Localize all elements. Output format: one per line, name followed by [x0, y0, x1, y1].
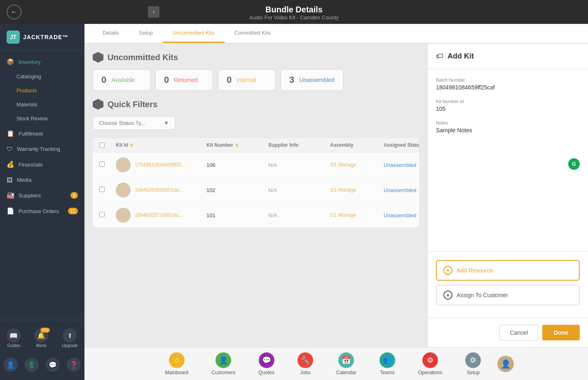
assign-customer-button[interactable]: + Assign To Customer [436, 285, 580, 305]
main-content: Uncommitted Kits 0 Available 0 Returned … [84, 44, 427, 347]
sidebar-item-warranty-tracking[interactable]: 🛡 Warranty Tracking [0, 141, 84, 157]
sidebar-footer-item-alerts[interactable]: 🔔 271 Alerts [34, 328, 48, 348]
status-cards: 0 Available 0 Returned 0 Internal 3 Unas… [93, 69, 419, 91]
sidebar-item-fulfillment[interactable]: 📋 Fulfillment [0, 126, 84, 141]
assembly-3[interactable]: 0/1 Manage [330, 212, 384, 218]
mainboard-label: Mainboard [165, 370, 189, 375]
internal-count: 0 [227, 75, 232, 85]
cancel-button[interactable]: Cancel [499, 325, 538, 340]
jobs-label: Jobs [300, 370, 310, 375]
sort-kit-id-icon: ⇅ [130, 143, 133, 148]
warranty-icon: 🛡 [7, 145, 13, 152]
sidebar-logo: JT JACKTRADE™ [0, 24, 84, 51]
user-avatar[interactable]: 👤 [497, 356, 514, 372]
sidebar-item-stock-review[interactable]: Stock Review [0, 112, 84, 126]
select-all-checkbox[interactable] [99, 143, 105, 148]
jobs-icon: 🔧 [298, 352, 313, 368]
bottom-nav-jobs[interactable]: 🔧 Jobs [286, 349, 325, 379]
tab-uncommitted-kits[interactable]: Uncommitted Kits [163, 24, 225, 43]
tab-setup[interactable]: Setup [129, 24, 163, 43]
sidebar-user-profile[interactable]: 👤 [4, 358, 18, 372]
page-title: Bundle Details [0, 5, 588, 14]
supplier-info-2: N/A [268, 187, 330, 193]
sidebar-chat[interactable]: 💬 [46, 358, 60, 372]
bottom-nav-mainboard[interactable]: ⌂ Mainboard [154, 349, 200, 379]
quick-filters-title: Quick Filters [108, 100, 157, 109]
bottom-nav-teams[interactable]: 👥 Teams [368, 349, 407, 379]
sidebar-label-cataloging: Cataloging [16, 74, 41, 80]
col-assigned-status: Assigned Status [384, 142, 419, 148]
sidebar-footer-item-guides[interactable]: 📖 Guides [7, 328, 21, 348]
table-row: 16946203826501da... 102 N/A 0/1 Manage U… [93, 178, 419, 203]
sidebar-billing[interactable]: 💲 [25, 358, 39, 372]
kit-id-link-1[interactable]: 17049810846659ff25... [135, 162, 185, 168]
unassembled-label: Unassembled [299, 77, 335, 83]
sidebar-item-cataloging[interactable]: Cataloging [0, 70, 84, 84]
row-checkbox-3[interactable] [99, 212, 105, 217]
tab-committed-kits[interactable]: Committed Kits [225, 24, 281, 43]
tab-details[interactable]: Details [93, 24, 129, 43]
assembly-1[interactable]: 0/1 Manage [330, 162, 384, 168]
sidebar-item-financials[interactable]: 💰 Financials [0, 157, 84, 172]
kit-number-id-label: Kit Number Id [436, 99, 580, 104]
bottom-nav-quotes[interactable]: 💬 Quotes [247, 349, 286, 379]
sidebar-item-purchase-orders[interactable]: 📄 Purchase Orders 11 [0, 203, 84, 219]
col-assembly: Assembly [330, 142, 384, 148]
chat-icon: 💬 [46, 358, 60, 372]
calendar-label: Calendar [336, 370, 356, 375]
notes-value: Sample Notes [436, 127, 580, 134]
sidebar-item-materials[interactable]: Materials [0, 98, 84, 112]
panel-footer: Cancel Done [428, 318, 588, 347]
sidebar-item-media[interactable]: 🖼 Media [0, 172, 84, 188]
done-button[interactable]: Done [542, 325, 580, 340]
bottom-nav-operations[interactable]: ⚙ Operations [407, 349, 454, 379]
sidebar-help[interactable]: ❓ [67, 358, 81, 372]
operations-label: Operations [418, 370, 443, 375]
sidebar-label-stock-review: Stock Review [16, 116, 48, 122]
back-button[interactable]: ← [7, 5, 21, 19]
filter-placeholder: Choose Status Ty... [99, 120, 145, 126]
bottom-nav-customers[interactable]: 👤 Customers [200, 349, 247, 379]
kits-table: Kit Id ⇅ Kit Number ⇅ Supplier Info Asse… [93, 138, 419, 228]
sidebar-footer-item-upgrade[interactable]: ⬆ Upgrade [62, 328, 77, 348]
add-resource-button[interactable]: + Add Resource [436, 260, 580, 281]
sidebar-nav: 📦 Inventory Cataloging Products Material… [0, 51, 84, 320]
sidebar-footer: 📖 Guides 🔔 271 Alerts ⬆ Upgrade 👤 [0, 320, 84, 380]
unassembled-count: 3 [289, 75, 294, 85]
mainboard-icon: ⌂ [169, 352, 185, 368]
kit-id-link-2[interactable]: 16946203826501da... [135, 187, 183, 193]
add-kit-icon: 🏷 [436, 52, 443, 61]
logo-text: JACKTRADE™ [23, 34, 68, 40]
expand-button[interactable]: › [148, 6, 159, 18]
panel-actions: + Add Resource + Assign To Customer [428, 251, 588, 318]
purchase-orders-icon: 📄 [7, 207, 14, 215]
panel-body: Batch Number 1804981084659ff25caf Kit Nu… [428, 69, 588, 251]
sidebar-label-financials: Financials [19, 162, 43, 168]
available-label: Available [111, 77, 135, 83]
assembly-2[interactable]: 0/1 Manage [330, 187, 384, 193]
bottom-nav-setup[interactable]: ⚙ Setup [454, 349, 492, 379]
uncommitted-kits-title: Uncommitted Kits [108, 53, 178, 62]
available-count: 0 [101, 75, 106, 85]
media-icon: 🖼 [7, 176, 13, 183]
sidebar-label-products: Products [16, 88, 37, 94]
supplier-info-3: N/A [268, 212, 330, 218]
row-checkbox-2[interactable] [99, 187, 105, 192]
row-avatar-1 [116, 157, 131, 172]
sidebar-item-suppliers[interactable]: 🏭 Suppliers 6 [0, 188, 84, 203]
financials-icon: 💰 [7, 161, 14, 168]
fulfillment-icon: 📋 [7, 130, 14, 137]
teams-icon: 👥 [380, 352, 395, 368]
status-card-internal: 0 Internal [218, 69, 276, 91]
sidebar-item-products[interactable]: Products [0, 84, 84, 98]
hex-icon-uncommitted [93, 52, 103, 63]
customers-icon: 👤 [216, 352, 231, 368]
sidebar-item-inventory[interactable]: 📦 Inventory [0, 54, 84, 70]
row-checkbox-1[interactable] [99, 162, 105, 167]
status-filter-dropdown[interactable]: Choose Status Ty... ▼ [93, 116, 175, 130]
bottom-nav-calendar[interactable]: 📅 Calendar [325, 349, 368, 379]
top-header: ← Bundle Details Audio For Video Kit - C… [0, 0, 588, 24]
setup-label: Setup [467, 370, 480, 375]
col-kit-number: Kit Number ⇅ [206, 142, 268, 148]
kit-id-link-3[interactable]: 16946203716501da... [135, 212, 183, 218]
